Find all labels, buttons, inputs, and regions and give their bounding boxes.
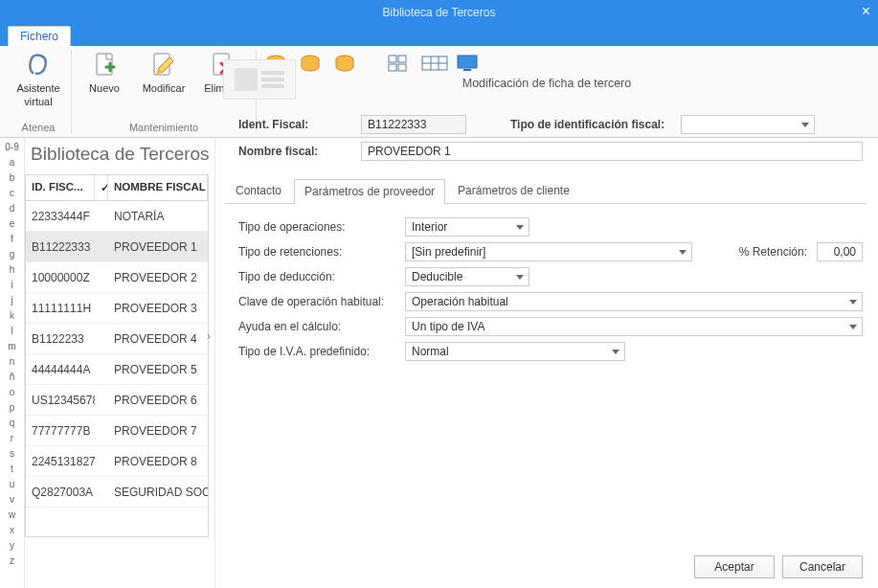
cell-id: 10000000Z bbox=[26, 271, 95, 284]
az-e[interactable]: e bbox=[0, 216, 24, 232]
edit-icon bbox=[148, 50, 179, 80]
az-a[interactable]: a bbox=[0, 155, 24, 170]
az-c[interactable]: c bbox=[0, 186, 24, 201]
close-icon[interactable]: × bbox=[862, 3, 870, 20]
az-s[interactable]: s bbox=[0, 446, 24, 462]
cell-id: Q2827003A bbox=[26, 486, 95, 499]
db-icon-2[interactable] bbox=[299, 54, 324, 75]
detail-form: Ident. Fiscal: B11222333 Tipo de identif… bbox=[215, 115, 878, 161]
screen-icon[interactable] bbox=[456, 54, 481, 75]
cell-name: PROVEEDOR 2 bbox=[108, 271, 208, 284]
az-f[interactable]: f bbox=[0, 232, 24, 247]
th-check[interactable]: ✓ bbox=[95, 175, 108, 200]
table-row[interactable]: 44444444APROVEEDOR 5 bbox=[26, 354, 208, 385]
pct-ret-label: % Retención: bbox=[739, 245, 807, 259]
az-b[interactable]: b bbox=[0, 170, 24, 186]
az-ñ[interactable]: ñ bbox=[0, 370, 24, 385]
az-m[interactable]: m bbox=[0, 339, 24, 354]
assistant-button[interactable]: Asistente virtual bbox=[13, 50, 63, 107]
titlebar: Biblioteca de Terceros × bbox=[0, 0, 878, 25]
pct-ret-field[interactable] bbox=[817, 242, 863, 261]
th-id[interactable]: ID. FISC... bbox=[26, 175, 95, 200]
detail-header: Modificación de ficha de tercero bbox=[215, 77, 878, 90]
az-g[interactable]: g bbox=[0, 247, 24, 262]
table-row[interactable]: 10000000ZPROVEEDOR 2 bbox=[26, 262, 208, 293]
cell-id: B1122233 bbox=[26, 332, 95, 346]
card-icon bbox=[223, 59, 296, 100]
az-r[interactable]: r bbox=[0, 431, 24, 446]
grid1-icon[interactable] bbox=[387, 54, 412, 75]
az-p[interactable]: p bbox=[0, 400, 24, 416]
assistant-icon bbox=[23, 50, 54, 80]
modificar-button[interactable]: Modificar bbox=[139, 50, 189, 94]
th-name[interactable]: NOMBRE FISCAL bbox=[108, 175, 208, 200]
az-v[interactable]: v bbox=[0, 492, 24, 508]
table-row[interactable]: 77777777BPROVEEDOR 7 bbox=[26, 416, 208, 446]
table-row[interactable]: 22333444FNOTARÍA bbox=[26, 201, 208, 232]
az-i[interactable]: i bbox=[0, 278, 24, 293]
az-t[interactable]: t bbox=[0, 462, 24, 477]
cell-name: PROVEEDOR 7 bbox=[108, 424, 208, 438]
az-0-9[interactable]: 0-9 bbox=[0, 140, 24, 155]
tab-contacto[interactable]: Contacto bbox=[225, 178, 292, 203]
az-x[interactable]: x bbox=[0, 523, 24, 538]
az-y[interactable]: y bbox=[0, 538, 24, 554]
iva-select[interactable]: Normal bbox=[405, 342, 625, 361]
table-row[interactable]: B11222333PROVEEDOR 1 bbox=[26, 232, 208, 262]
window-title: Biblioteca de Terceros bbox=[383, 6, 496, 19]
svg-rect-15 bbox=[463, 69, 471, 71]
tipo-id-select[interactable] bbox=[681, 115, 815, 134]
table: ID. FISC... ✓ NOMBRE FISCAL 22333444FNOT… bbox=[25, 174, 209, 537]
cell-name: PROVEEDOR 3 bbox=[108, 302, 208, 315]
table-row[interactable]: 22451318273PROVEEDOR 8 bbox=[26, 446, 208, 477]
group-label-maintenance: Mantenimiento bbox=[129, 122, 198, 133]
az-j[interactable]: j bbox=[0, 293, 24, 308]
nombre-field[interactable] bbox=[361, 142, 863, 161]
cell-name: SEGURIDAD SOCIAL bbox=[108, 486, 208, 499]
az-z[interactable]: z bbox=[0, 554, 24, 569]
cell-name: PROVEEDOR 4 bbox=[108, 332, 208, 346]
ayuda-select[interactable]: Un tipo de IVA bbox=[405, 317, 863, 336]
tab-cliente[interactable]: Parámetros de cliente bbox=[447, 178, 580, 203]
ident-label: Ident. Fiscal: bbox=[238, 118, 353, 131]
db-icon-3[interactable] bbox=[333, 54, 358, 75]
az-o[interactable]: o bbox=[0, 385, 24, 400]
modificar-label: Modificar bbox=[143, 82, 186, 94]
svg-rect-8 bbox=[389, 64, 396, 71]
az-nav: 0-9abcdefghijklmnñopqrstuvwxyz bbox=[0, 138, 25, 588]
az-k[interactable]: k bbox=[0, 308, 24, 324]
accept-button[interactable]: Aceptar bbox=[694, 555, 775, 578]
az-l[interactable]: l bbox=[0, 324, 24, 339]
cell-id: 77777777B bbox=[26, 424, 95, 438]
table-row[interactable]: US12345678PROVEEDOR 6 bbox=[26, 385, 208, 416]
ribbon-group-atenea: Asistente virtual Atenea bbox=[6, 50, 72, 133]
ribbon-tab-fichero[interactable]: Fichero bbox=[8, 26, 71, 46]
list-pane: Biblioteca de Terceros ID. FISC... ✓ NOM… bbox=[25, 138, 209, 588]
list-title: Biblioteca de Terceros bbox=[25, 138, 209, 174]
svg-rect-9 bbox=[398, 64, 406, 71]
ayuda-label: Ayuda en el cálculo: bbox=[238, 320, 395, 333]
table-row[interactable]: Q2827003ASEGURIDAD SOCIAL bbox=[26, 477, 208, 508]
az-q[interactable]: q bbox=[0, 416, 24, 431]
tab-proveedor[interactable]: Parámetros de proveedor bbox=[294, 179, 445, 204]
nuevo-button[interactable]: Nuevo bbox=[79, 50, 129, 94]
tipo-ret-select[interactable]: [Sin predefinir] bbox=[405, 242, 692, 261]
az-u[interactable]: u bbox=[0, 477, 24, 492]
cancel-button[interactable]: Cancelar bbox=[782, 555, 863, 578]
table-head: ID. FISC... ✓ NOMBRE FISCAL bbox=[26, 175, 208, 201]
assistant-label-2: virtual bbox=[24, 96, 52, 107]
table-row[interactable]: 11111111HPROVEEDOR 3 bbox=[26, 293, 208, 324]
ident-field[interactable]: B11222333 bbox=[361, 115, 466, 134]
grid2-icon[interactable] bbox=[421, 54, 446, 75]
cell-id: 44444444A bbox=[26, 363, 95, 376]
clave-select[interactable]: Operación habitual bbox=[405, 292, 863, 311]
cell-name: PROVEEDOR 6 bbox=[108, 394, 208, 407]
table-row[interactable]: B1122233PROVEEDOR 4 bbox=[26, 324, 208, 354]
az-w[interactable]: w bbox=[0, 508, 24, 523]
az-n[interactable]: n bbox=[0, 354, 24, 370]
az-h[interactable]: h bbox=[0, 262, 24, 278]
tipo-op-select[interactable]: Interior bbox=[405, 217, 529, 237]
tipo-ded-select[interactable]: Deducible bbox=[405, 267, 529, 286]
az-d[interactable]: d bbox=[0, 201, 24, 216]
nuevo-label: Nuevo bbox=[89, 82, 120, 94]
